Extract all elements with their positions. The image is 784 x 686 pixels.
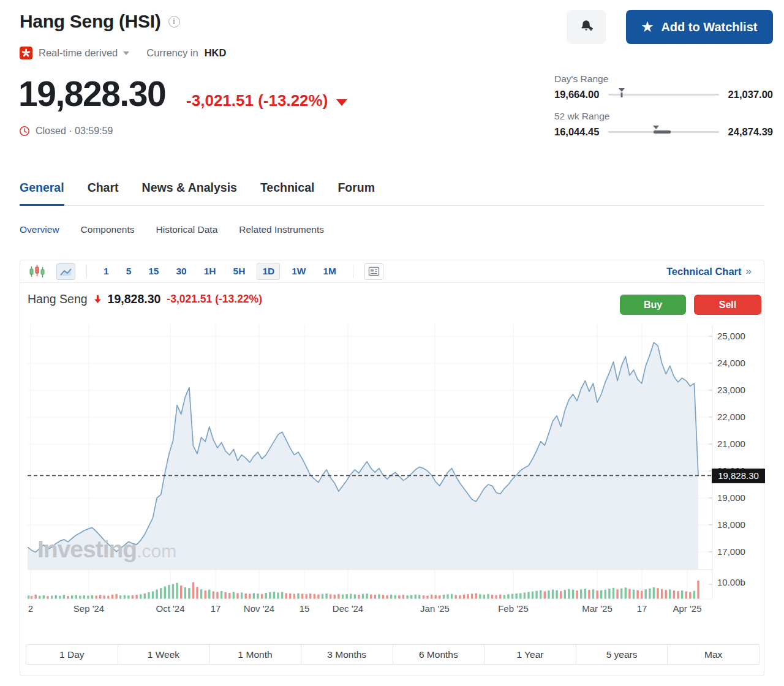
data-source-dropdown[interactable]: Real-time derived [39, 47, 129, 59]
line-chart-button[interactable] [56, 263, 75, 280]
chevron-down-icon [123, 51, 129, 55]
price-tick-21000: 21,000 [717, 439, 745, 449]
price-tick-24000: 24,000 [717, 358, 745, 368]
currency-label: Currency in [146, 47, 198, 59]
toolbar-separator [353, 265, 353, 278]
week52-range-low: 16,044.45 [554, 126, 599, 138]
toolbar-separator [86, 265, 87, 278]
subnav-item-related-instruments[interactable]: Related Instruments [239, 224, 324, 235]
chart-instrument-name: Hang Seng [28, 292, 88, 306]
tab-forum[interactable]: Forum [337, 181, 375, 206]
volume-axis-label: 10.00b [717, 577, 745, 587]
price-tick-22000: 22,000 [717, 412, 745, 422]
data-source-label: Real-time derived [39, 47, 118, 59]
bell-plus-icon [578, 18, 594, 36]
interval-button-15[interactable]: 15 [143, 263, 164, 280]
days-range-low: 19,664.00 [554, 89, 599, 100]
ranges-panel: Day's Range 19,664.00 21,037.00 52 wk Ra… [554, 74, 773, 148]
week52-range-track [608, 131, 718, 133]
instrument-page: Hang Seng (HSI) i ★ Add to Watchlist [0, 0, 784, 686]
chart-card: 1515301H5H1D1W1M Technical Chart » Hang … [20, 260, 764, 676]
price-axis: 25,00024,00023,00022,00021,00020,00019,0… [717, 260, 764, 628]
arrow-down-icon [94, 295, 102, 304]
price-tick-17000: 17,000 [717, 546, 745, 557]
buy-button[interactable]: Buy [620, 295, 686, 315]
add-to-watchlist-button[interactable]: ★ Add to Watchlist [626, 10, 773, 44]
range-button-max[interactable]: Max [668, 645, 759, 664]
week52-day-segment [654, 130, 671, 134]
time-tick-nov-24-4: Nov '24 [244, 603, 274, 614]
price-tick-23000: 23,000 [717, 385, 745, 395]
time-tick-sep-24-1: Sep '24 [74, 603, 104, 614]
time-range-buttons: 1 Day1 Week1 Month3 Months6 Months1 Year… [26, 644, 760, 665]
price-tick-18000: 18,000 [717, 519, 745, 530]
subnav-item-components[interactable]: Components [81, 224, 135, 235]
interval-button-1d[interactable]: 1D [257, 263, 280, 280]
days-range-marker-icon [619, 88, 625, 92]
time-tick-2-0: 2 [28, 603, 33, 614]
interval-button-5[interactable]: 5 [121, 263, 137, 280]
range-button-1-day[interactable]: 1 Day [26, 645, 118, 664]
interval-button-30[interactable]: 30 [171, 263, 192, 280]
week52-range-label: 52 wk Range [554, 111, 773, 122]
info-icon[interactable]: i [168, 16, 180, 28]
tab-news-analysis[interactable]: News & Analysis [142, 181, 237, 206]
interval-button-1h[interactable]: 1H [198, 263, 222, 280]
market-status-text: Closed · 03:59:59 [36, 126, 113, 137]
chart-last-price: 19,828.30 [108, 292, 161, 306]
market-status-row: Closed · 03:59:59 [19, 126, 113, 137]
range-button-6-months[interactable]: 6 Months [393, 645, 485, 664]
time-tick-17-10: 17 [637, 603, 647, 614]
price-tick-19000: 19,000 [717, 492, 745, 503]
price-change-value: -3,021.51 (-13.22%) [186, 91, 328, 110]
price-change: -3,021.51 (-13.22%) [186, 91, 347, 110]
interval-button-1w[interactable]: 1W [286, 263, 311, 280]
price-row: 19,828.30 -3,021.51 (-13.22%) [18, 74, 347, 114]
time-tick-dec-24-6: Dec '24 [333, 603, 363, 614]
time-tick-15-5: 15 [300, 603, 310, 614]
range-button-5-years[interactable]: 5 years [576, 645, 668, 664]
week52-range-high: 24,874.39 [728, 126, 773, 138]
tab-chart[interactable]: Chart [88, 181, 119, 206]
meta-row: Real-time derived Currency in HKD [20, 47, 226, 59]
star-icon: ★ [642, 20, 654, 33]
time-tick-jan-25-7: Jan '25 [420, 603, 450, 614]
last-price: 19,828.30 [18, 74, 165, 114]
interval-button-5h[interactable]: 5H [228, 263, 251, 280]
week52-range-row: 16,044.45 24,874.39 [554, 126, 773, 138]
price-tick-25000: 25,000 [717, 331, 745, 341]
sub-navigation: OverviewComponentsHistorical DataRelated… [20, 224, 324, 235]
alert-bell-button[interactable] [567, 10, 606, 44]
tab-technical[interactable]: Technical [260, 181, 315, 206]
range-button-3-months[interactable]: 3 Months [301, 645, 393, 664]
triangle-down-icon [336, 99, 347, 106]
title-row: Hang Seng (HSI) i [20, 11, 180, 32]
page-title: Hang Seng (HSI) [20, 11, 161, 32]
hong-kong-flag-icon [20, 47, 32, 59]
subnav-item-overview[interactable]: Overview [20, 224, 59, 235]
last-price-chip: 19,828.30 [712, 469, 765, 483]
chart-title-row: Hang Seng 19,828.30 -3,021.51 (-13.22%) [28, 292, 262, 306]
range-button-1-month[interactable]: 1 Month [209, 645, 301, 664]
range-button-1-week[interactable]: 1 Week [118, 645, 210, 664]
interval-button-1[interactable]: 1 [98, 263, 115, 280]
time-axis: 2Sep '24Oct '2417Nov '2415Dec '24Jan '25… [20, 603, 764, 617]
time-tick-17-3: 17 [211, 603, 221, 614]
time-tick-mar-25-9: Mar '25 [582, 603, 612, 614]
interval-button-1m[interactable]: 1M [317, 263, 342, 280]
time-tick-oct-24-2: Oct '24 [156, 603, 184, 614]
days-range-label: Day's Range [554, 74, 773, 85]
days-range-high: 21,037.00 [728, 89, 773, 100]
news-on-chart-button[interactable] [364, 263, 383, 280]
tab-general[interactable]: General [20, 181, 64, 206]
subnav-item-historical-data[interactable]: Historical Data [156, 224, 218, 235]
price-chart-canvas[interactable] [28, 325, 714, 600]
time-tick-apr-25-11: Apr '25 [673, 603, 701, 614]
currency-code: HKD [205, 47, 227, 59]
week52-range-marker-icon [653, 126, 659, 129]
days-range-current-tick [621, 92, 623, 97]
main-tabs: GeneralChartNews & AnalysisTechnicalForu… [20, 181, 764, 206]
time-tick-feb-25-8: Feb '25 [498, 603, 529, 614]
range-button-1-year[interactable]: 1 Year [484, 645, 576, 664]
candlestick-chart-button[interactable] [29, 264, 45, 279]
